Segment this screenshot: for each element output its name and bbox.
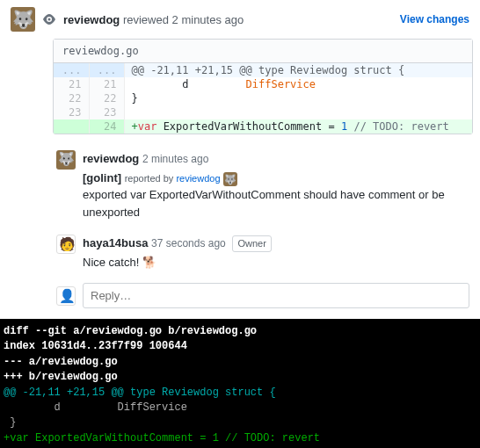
terminal-line: }: [4, 415, 476, 430]
owner-badge: Owner: [232, 235, 271, 252]
comment-title: [golint]: [83, 171, 121, 184]
terminal-diff: diff --git a/reviewdog.go b/reviewdog.go…: [0, 319, 480, 448]
eye-icon: [42, 12, 56, 26]
terminal-line: +var ExportedVarWithoutComment = 1 // TO…: [4, 431, 476, 446]
terminal-line: --- a/reviewdog.go: [4, 355, 476, 370]
reported-by: reported by reviewdog: [125, 173, 237, 184]
terminal-line: diff --git a/reviewdog.go b/reviewdog.go: [4, 324, 476, 339]
svg-point-0: [48, 18, 51, 21]
comment-thread: reviewdog 2 minutes ago [golint] reporte…: [53, 143, 473, 278]
view-changes-link[interactable]: View changes: [400, 13, 469, 25]
review-summary: reviewdog reviewed 2 minutes ago: [63, 13, 244, 26]
terminal-line: +++ b/reviewdog.go: [4, 370, 476, 385]
reply-input[interactable]: [83, 283, 469, 308]
diff-line: 24+var ExportedVarWithoutComment = 1 // …: [54, 119, 472, 134]
comment-time: 2 minutes ago: [142, 153, 208, 165]
reviewer-name[interactable]: reviewdog: [63, 13, 120, 26]
comment: reviewdog 2 minutes ago [golint] reporte…: [53, 143, 473, 228]
file-diff-box: reviewdog.go ......@@ -21,11 +21,15 @@ t…: [53, 39, 473, 134]
comment-avatar[interactable]: [56, 235, 76, 254]
current-user-avatar[interactable]: [56, 286, 76, 306]
review-header: reviewdog reviewed 2 minutes ago View ch…: [0, 0, 480, 39]
comment-text: exported var ExportedVarWithoutComment s…: [83, 186, 469, 220]
diff-table: ......@@ -21,11 +21,15 @@ type Reviewdog…: [54, 63, 472, 134]
reply-box: [53, 278, 473, 319]
comment-avatar[interactable]: [56, 150, 76, 170]
terminal-line: index 10631d4..23f7f99 100644: [4, 339, 476, 354]
diff-line: 2121 d DiffService: [54, 77, 472, 91]
file-name[interactable]: reviewdog.go: [54, 40, 472, 63]
comment-time: 37 seconds ago: [151, 237, 226, 249]
comment-text: Nice catch! 🐕: [83, 254, 469, 271]
review-action: reviewed 2 minutes ago: [123, 13, 244, 26]
comment-author[interactable]: haya14busa: [83, 236, 148, 249]
diff-line: 2323: [54, 105, 472, 119]
tool-avatar-icon: [223, 172, 237, 186]
diff-line: 2222}: [54, 91, 472, 105]
comment-author[interactable]: reviewdog: [83, 152, 139, 165]
reported-by-link[interactable]: reviewdog: [176, 173, 220, 184]
hunk-header: ......@@ -21,11 +21,15 @@ type Reviewdog…: [54, 63, 472, 77]
terminal-line: @@ -21,11 +21,15 @@ type Reviewdog struc…: [4, 386, 476, 401]
reviewer-avatar[interactable]: [11, 7, 35, 32]
comment: haya14busa 37 seconds ago Owner Nice cat…: [53, 228, 473, 278]
terminal-line: d DiffService: [4, 401, 476, 415]
